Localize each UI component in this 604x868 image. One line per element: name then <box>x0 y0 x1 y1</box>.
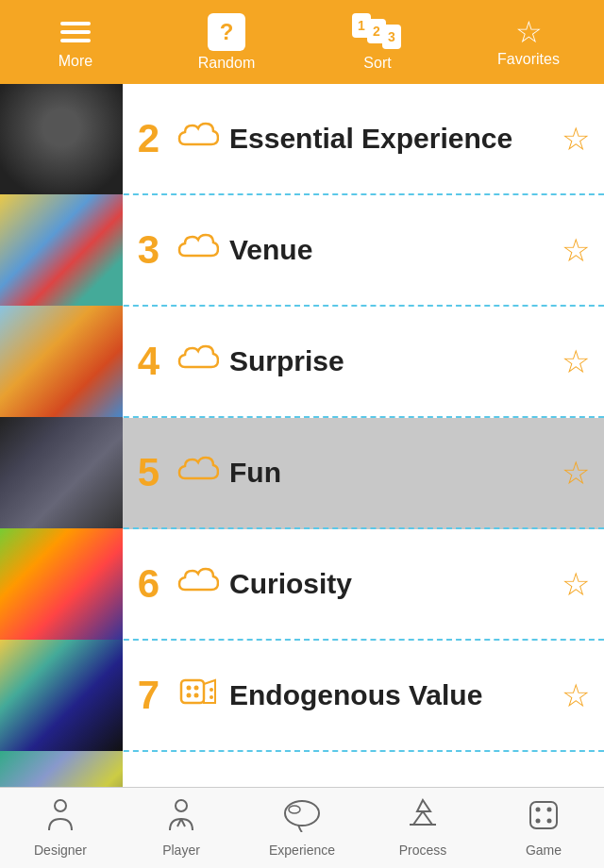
svg-point-15 <box>176 800 187 811</box>
svg-point-18 <box>285 801 319 826</box>
list-item[interactable]: 4 Surprise ☆ <box>0 307 604 418</box>
item-favorite-star[interactable]: ☆ <box>547 454 604 492</box>
bottom-nav-process-label: Process <box>399 843 447 858</box>
item-title: Curiosity <box>222 568 547 600</box>
svg-point-19 <box>289 806 300 813</box>
svg-point-23 <box>536 819 541 824</box>
svg-point-24 <box>547 819 552 824</box>
item-number: 4 <box>123 339 175 384</box>
item-title: Venue <box>222 234 547 266</box>
item-number: 2 <box>123 116 175 161</box>
bottom-nav-game-label: Game <box>526 843 562 858</box>
list-item[interactable]: 3 Venue ☆ <box>0 195 604 307</box>
item-favorite-star[interactable]: ☆ <box>547 231 604 269</box>
nav-sort-label: Sort <box>363 55 391 72</box>
items-list: 2 Essential Experience ☆ 3 Venue ☆ 4 Sur… <box>0 84 604 787</box>
bottom-nav-designer[interactable]: Designer <box>0 798 121 858</box>
item-favorite-star[interactable]: ☆ <box>547 676 604 714</box>
list-item[interactable]: 8 Problem Solving ☆ <box>0 752 604 787</box>
bottom-nav-process[interactable]: Process <box>362 798 483 858</box>
nav-favorites[interactable]: ☆ Favorites <box>453 17 604 68</box>
bottom-nav-game[interactable]: Game <box>483 798 604 858</box>
top-navigation: More ? Random 1 2 3 Sort ☆ Favorites <box>0 0 604 84</box>
nav-random-label: Random <box>198 55 255 72</box>
bottom-nav-experience[interactable]: Experience <box>242 798 362 858</box>
item-number: 3 <box>123 227 175 273</box>
nav-random[interactable]: ? Random <box>151 13 302 72</box>
item-favorite-star[interactable]: ☆ <box>547 342 604 380</box>
bottom-navigation: Designer Player Experience <box>0 787 604 868</box>
bottom-nav-player-label: Player <box>162 843 200 858</box>
item-title: Fun <box>222 457 547 489</box>
sort-icon: 1 2 3 <box>352 13 403 51</box>
game-icon <box>527 798 561 839</box>
item-type-icon <box>175 341 222 382</box>
item-type-icon <box>175 229 222 271</box>
list-item[interactable]: 6 Curiosity ☆ <box>0 529 604 641</box>
svg-point-3 <box>187 693 192 698</box>
svg-point-1 <box>187 686 192 691</box>
svg-rect-20 <box>530 802 557 828</box>
process-icon <box>404 798 442 839</box>
item-number: 7 <box>123 673 175 718</box>
list-item[interactable]: 2 Essential Experience ☆ <box>0 84 604 195</box>
favorites-icon: ☆ <box>515 17 543 47</box>
svg-point-6 <box>210 695 213 699</box>
experience-icon <box>281 798 323 839</box>
svg-point-14 <box>55 800 66 811</box>
bottom-nav-player[interactable]: Player <box>121 798 242 858</box>
item-title: Surprise <box>222 345 547 377</box>
svg-rect-0 <box>181 680 204 703</box>
item-type-icon <box>175 563 222 605</box>
item-type-icon <box>175 675 222 716</box>
svg-point-5 <box>210 688 213 692</box>
item-number: 8 <box>123 784 175 787</box>
item-thumbnail <box>0 640 123 751</box>
svg-point-2 <box>194 686 199 691</box>
svg-point-4 <box>194 693 199 698</box>
nav-favorites-label: Favorites <box>497 51 560 68</box>
item-type-icon <box>175 452 222 493</box>
bottom-nav-experience-label: Experience <box>269 843 335 858</box>
item-thumbnail <box>0 194 123 306</box>
hamburger-icon <box>60 15 91 49</box>
nav-more[interactable]: More <box>0 15 151 70</box>
svg-point-22 <box>547 808 552 812</box>
item-thumbnail <box>0 417 123 528</box>
item-type-icon <box>175 118 222 159</box>
item-thumbnail <box>0 528 123 640</box>
nav-sort[interactable]: 1 2 3 Sort <box>302 13 453 72</box>
item-thumbnail <box>0 306 123 417</box>
designer-icon <box>45 798 76 839</box>
item-title: Essential Experience <box>222 123 547 155</box>
nav-more-label: More <box>59 53 92 70</box>
item-favorite-star[interactable]: ☆ <box>547 565 604 603</box>
item-title: Endogenous Value <box>222 679 547 711</box>
random-icon: ? <box>208 13 245 51</box>
list-item[interactable]: 7 Endogenous Value ☆ <box>0 641 604 752</box>
bottom-nav-designer-label: Designer <box>34 843 87 858</box>
svg-point-21 <box>536 808 541 812</box>
item-thumbnail <box>0 751 123 787</box>
item-number: 5 <box>123 450 175 495</box>
item-type-icon <box>175 786 222 787</box>
list-item[interactable]: 5 Fun ☆ <box>0 418 604 529</box>
item-thumbnail <box>0 84 123 194</box>
item-number: 6 <box>123 561 175 607</box>
player-icon <box>166 798 196 839</box>
item-favorite-star[interactable]: ☆ <box>547 120 604 158</box>
